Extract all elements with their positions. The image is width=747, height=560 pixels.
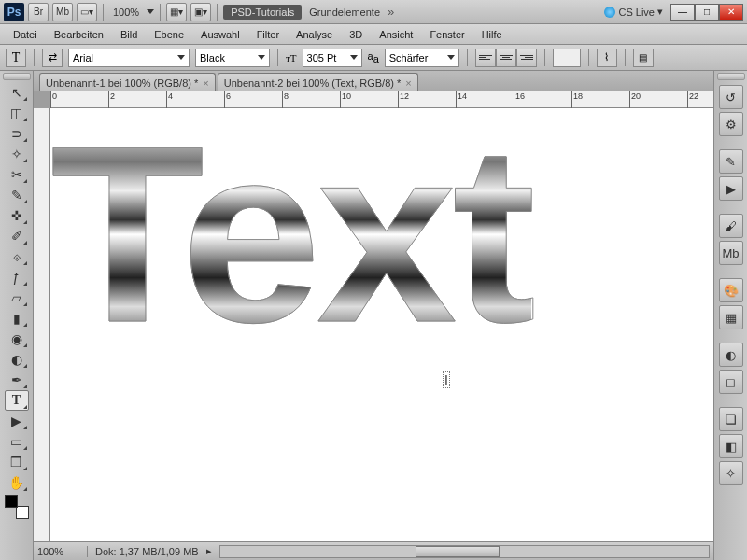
app-topbar: Ps Br Mb ▭▾ 100% ▦▾ ▣▾ PSD-Tutorials Gru… [0, 0, 747, 24]
ruler-vertical[interactable] [34, 108, 50, 541]
right-dock: ↺ ⚙ ✎ ▶ 🖌 Mb 🎨 ▦ ◐ ◻ ❏ ◧ ✧ [713, 71, 747, 560]
move-tool[interactable]: ↖ [5, 82, 29, 103]
align-center-button[interactable] [496, 49, 516, 67]
menu-3d[interactable]: 3D [342, 27, 370, 42]
h-scrollbar[interactable] [219, 545, 710, 558]
brush-panel-button[interactable]: ✎ [719, 149, 743, 174]
adjustments-panel-button[interactable]: ◐ [719, 343, 743, 367]
layers-panel-button[interactable]: ❏ [719, 407, 743, 431]
document-tab[interactable]: Unbenannt-2 bei 100% (Text, RGB/8) *× [218, 73, 418, 91]
menu-auswahl[interactable]: Auswahl [193, 27, 247, 42]
close-tab-icon[interactable]: × [203, 77, 208, 89]
gradient-tool[interactable]: ▮ [5, 308, 29, 329]
path-select-tool[interactable]: ▶ [5, 411, 29, 431]
3d-tool[interactable]: ❒ [5, 452, 29, 472]
menu-bearbeiten[interactable]: Bearbeiten [47, 27, 111, 42]
ruler-horizontal[interactable]: 0246810121416182022 [50, 91, 713, 108]
menu-datei[interactable]: Datei [6, 27, 45, 42]
minimize-button[interactable]: — [670, 4, 695, 21]
marquee-tool[interactable]: ◫ [5, 103, 29, 123]
lasso-tool[interactable]: ⊃ [5, 123, 29, 144]
active-tool-indicator[interactable]: T [6, 49, 26, 67]
text-cursor-icon: I [443, 371, 450, 388]
options-bar: T ⇄ Arial Black тT 305 Pt aa Schärfer ⌇ … [0, 45, 747, 71]
menu-filter[interactable]: Filter [249, 27, 287, 42]
character-panel-button[interactable]: ▤ [633, 49, 654, 67]
paths-panel-button[interactable]: ✧ [719, 461, 743, 485]
workspace-selector[interactable]: PSD-Tutorials [223, 5, 302, 20]
antialias-select[interactable]: Schärfer [385, 49, 459, 67]
menu-hilfe[interactable]: Hilfe [474, 27, 510, 42]
menu-analyse[interactable]: Analyse [289, 27, 340, 42]
canvas[interactable]: Text I [50, 108, 713, 541]
menu-bar: Datei Bearbeiten Bild Ebene Auswahl Filt… [0, 24, 747, 45]
heal-tool[interactable]: ✜ [5, 205, 29, 226]
blur-tool[interactable]: ◉ [5, 329, 29, 349]
menu-fenster[interactable]: Fenster [422, 27, 472, 42]
dodge-tool[interactable]: ◐ [5, 349, 29, 370]
masks-panel-button[interactable]: ◻ [719, 370, 743, 394]
minibridge-button[interactable]: Mb [52, 3, 73, 21]
zoom-level[interactable]: 100% [109, 7, 143, 18]
brushpresets-panel-button[interactable]: 🖌 [719, 214, 743, 238]
play-panel-button[interactable]: ▶ [719, 176, 743, 201]
status-docsize[interactable]: Dok: 1,37 MB/1,09 MB [95, 546, 199, 557]
cslive-icon [604, 7, 615, 18]
mb-panel-button[interactable]: Mb [719, 241, 743, 265]
menu-ebene[interactable]: Ebene [147, 27, 191, 42]
align-left-button[interactable] [475, 49, 496, 67]
more-workspaces-icon[interactable]: » [388, 5, 394, 19]
shape-tool[interactable]: ▭ [5, 431, 29, 452]
maximize-button[interactable]: □ [695, 4, 719, 21]
tools-panel: ⋯ ↖ ◫ ⊃ ✧ ✂ ✎ ✜ ✐ ⟐ ƒ ▱ ▮ ◉ ◐ ✒ T ▶ ▭ ❒ … [0, 71, 34, 560]
status-bar: 100% Dok: 1,37 MB/1,09 MB ▸ [34, 541, 713, 560]
close-tab-icon[interactable]: × [405, 77, 411, 89]
bridge-button[interactable]: Br [28, 3, 49, 21]
fontsize-icon: тT [286, 52, 297, 63]
photoshop-logo: Ps [4, 3, 24, 21]
text-align-group [475, 49, 537, 67]
font-family-select[interactable]: Arial [68, 49, 190, 67]
type-tool[interactable]: T [5, 390, 29, 411]
menu-bild[interactable]: Bild [113, 27, 145, 42]
menu-ansicht[interactable]: Ansicht [372, 27, 420, 42]
text-orientation-button[interactable]: ⇄ [42, 49, 63, 67]
text-layer[interactable]: Text [50, 108, 531, 379]
stamp-tool[interactable]: ⟐ [5, 246, 29, 267]
document-tabs: Unbenannt-1 bei 100% (RGB/8) *× Unbenann… [34, 71, 713, 91]
screenmode-button[interactable]: ▣▾ [190, 3, 211, 21]
crop-tool[interactable]: ✂ [5, 164, 29, 185]
cslive-button[interactable]: CS Live ▾ [604, 6, 663, 18]
status-menu-icon[interactable]: ▸ [206, 545, 212, 557]
hand-tool[interactable]: ✋ [5, 472, 29, 493]
channels-panel-button[interactable]: ◧ [719, 434, 743, 458]
color-swatches[interactable] [5, 495, 29, 519]
history-brush-tool[interactable]: ƒ [5, 267, 29, 287]
warp-text-button[interactable]: ⌇ [597, 49, 617, 67]
eyedropper-tool[interactable]: ✎ [5, 185, 29, 205]
close-button[interactable]: ✕ [719, 4, 743, 21]
brush-tool[interactable]: ✐ [5, 226, 29, 246]
antialias-icon: aa [368, 50, 379, 64]
swatches-panel-button[interactable]: 🎨 [719, 278, 743, 302]
document-area: Unbenannt-1 bei 100% (RGB/8) *× Unbenann… [34, 71, 713, 560]
workspace-other[interactable]: Grundelemente [305, 7, 384, 18]
panel-grip[interactable]: ⋯ [3, 73, 31, 80]
panel-grip[interactable] [717, 73, 745, 80]
chevron-down-icon[interactable] [147, 9, 154, 14]
styles-panel-button[interactable]: ▦ [719, 305, 743, 329]
font-size-field[interactable]: 305 Pt [303, 49, 362, 67]
text-color-swatch[interactable] [553, 49, 581, 67]
align-right-button[interactable] [516, 49, 537, 67]
wand-tool[interactable]: ✧ [5, 144, 29, 164]
eraser-tool[interactable]: ▱ [5, 287, 29, 308]
arrange-button[interactable]: ▦▾ [166, 3, 187, 21]
font-weight-select[interactable]: Black [195, 49, 270, 67]
document-tab[interactable]: Unbenannt-1 bei 100% (RGB/8) *× [39, 73, 216, 91]
view-extras-button[interactable]: ▭▾ [77, 3, 97, 21]
status-zoom[interactable]: 100% [37, 546, 88, 557]
history-panel-button[interactable]: ↺ [719, 85, 743, 109]
actions-panel-button[interactable]: ⚙ [719, 112, 743, 136]
pen-tool[interactable]: ✒ [5, 370, 29, 390]
